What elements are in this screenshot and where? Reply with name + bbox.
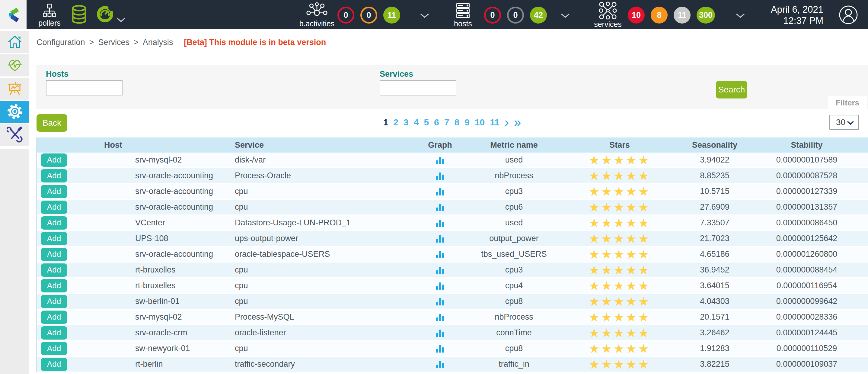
page-size-select[interactable]: 30 [829,115,859,130]
user-avatar-icon[interactable] [839,5,858,26]
pagination-page[interactable]: 5 [424,117,429,127]
star-rating: ★★★★★ [589,154,650,166]
pagination-page[interactable]: 11 [490,117,499,127]
add-button[interactable]: Add [41,169,67,182]
star-rating: ★★★★★ [589,343,650,355]
host-cell: srv-oracle-accounting [104,200,235,214]
sidebar-item-home[interactable] [0,31,29,53]
graph-icon[interactable] [410,341,470,356]
hosts-chevron-down-icon[interactable] [561,13,570,19]
metric-cell: traffic_in [470,357,558,372]
graph-icon[interactable] [410,200,470,214]
search-button[interactable]: Search [716,81,747,98]
sidebar-item-monitoring[interactable] [0,54,29,77]
star-rating: ★★★★★ [589,201,650,213]
graph-icon[interactable] [410,231,470,246]
graph-icon[interactable] [410,325,470,340]
centreon-logo[interactable] [0,0,27,29]
graph-icon[interactable] [410,184,470,199]
filters-panel-tab[interactable]: Filters [828,96,867,109]
status-badge: 42 [530,7,547,24]
pagination-page[interactable]: 2 [393,117,398,127]
pagination-last-icon[interactable]: » [514,118,521,127]
latency-gauge-icon[interactable] [95,4,115,25]
graph-icon[interactable] [410,357,470,372]
graph-icon[interactable] [410,215,470,230]
page-size-value: 30 [836,117,845,127]
hosts-filter-input[interactable] [46,80,123,95]
activities-chevron-down-icon[interactable] [420,13,429,19]
graph-icon[interactable] [410,278,470,293]
seasonality-cell: 3.94022 [681,152,748,167]
graph-icon[interactable] [410,168,470,183]
pagination-page[interactable]: 3 [404,117,409,127]
pollers-icon[interactable] [42,3,57,19]
services-filter-input[interactable] [380,80,456,95]
breadcrumb-configuration[interactable]: Configuration [36,38,85,47]
graph-icon[interactable] [410,310,470,324]
host-cell: srv-oracle-accounting [104,168,235,183]
pagination-page[interactable]: 10 [475,117,485,127]
breadcrumb-services[interactable]: Services [98,38,129,47]
metric-cell: cpu8 [470,341,558,356]
service-cell: Process-Oracle [235,168,410,183]
graph-icon[interactable] [410,262,470,277]
star-rating: ★★★★★ [589,170,650,182]
add-button[interactable]: Add [41,263,67,277]
add-button[interactable]: Add [41,342,67,355]
add-button[interactable]: Add [41,185,67,198]
service-cell: disk-/var [235,152,410,167]
add-button[interactable]: Add [41,358,67,371]
host-cell: UPS-108 [104,231,235,246]
business-activities-icon[interactable] [305,2,329,20]
pagination-page[interactable]: 8 [454,117,459,127]
add-button[interactable]: Add [41,232,67,245]
pagination-next-icon[interactable]: › [505,118,509,127]
services-icon[interactable] [599,1,617,21]
star-rating: ★★★★★ [589,264,650,276]
add-button[interactable]: Add [41,248,67,261]
breadcrumb-analysis[interactable]: Analysis [143,38,173,47]
col-stability: Stability [748,138,866,152]
star-rating: ★★★★★ [589,248,650,260]
graph-icon[interactable] [410,247,470,262]
seasonality-cell: 3.64015 [681,278,748,293]
add-button[interactable]: Add [41,295,67,308]
graph-icon[interactable] [410,152,470,167]
star-rating: ★★★★★ [589,327,650,339]
seasonality-cell: 10.5715 [681,184,748,199]
status-badge: 10 [628,7,645,24]
table-row: Add rt-berlin traffic-secondary traffic_… [37,357,868,372]
sidebar-item-administration[interactable] [0,124,29,146]
pagination-page[interactable]: 6 [434,117,439,127]
sidebar-item-reporting[interactable] [0,78,29,100]
services-chevron-down-icon[interactable] [736,13,745,19]
status-badge: 0 [484,7,501,24]
stability-cell: 0.000000125642 [748,231,866,246]
star-rating: ★★★★★ [589,233,650,245]
services-filter-label: Services [380,69,413,79]
col-seasonality: Seasonality [681,138,748,152]
pollers-chevron-down-icon[interactable] [117,18,126,24]
graph-icon[interactable] [410,294,470,309]
add-button[interactable]: Add [41,279,67,292]
stability-cell: 0.000000127339 [748,184,866,199]
stability-cell: 0.000000109037 [748,357,866,372]
database-icon[interactable] [70,5,88,25]
gear-icon [6,103,23,121]
pagination-page[interactable]: 4 [414,117,419,127]
pagination-page[interactable]: 7 [444,117,450,127]
service-cell: Process-MySQL [235,310,410,324]
pagination-page[interactable]: 9 [464,117,470,127]
pagination-page[interactable]: 1 [383,117,389,127]
metric-cell: used [470,152,558,167]
add-button[interactable]: Add [41,326,67,340]
service-cell: Datastore-Usage-LUN-PROD_1 [235,215,410,230]
add-button[interactable]: Add [41,311,67,324]
add-button[interactable]: Add [41,153,67,167]
seasonality-cell: 1.91283 [681,341,748,356]
add-button[interactable]: Add [41,216,67,230]
add-button[interactable]: Add [41,201,67,214]
hosts-icon[interactable] [455,2,471,20]
sidebar-item-configuration[interactable] [0,101,29,123]
